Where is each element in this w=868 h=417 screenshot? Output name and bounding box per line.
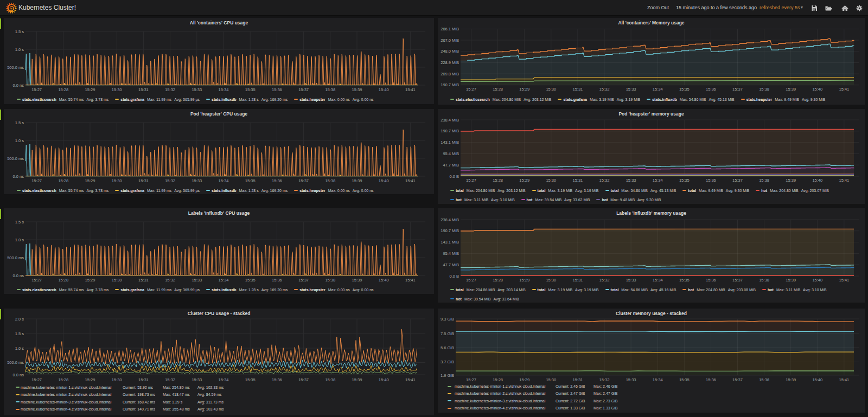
svg-text:15:35: 15:35 <box>679 178 690 183</box>
svg-text:95.4 MiB: 95.4 MiB <box>443 251 459 256</box>
svg-text:15:37: 15:37 <box>298 87 309 92</box>
svg-text:15:31: 15:31 <box>138 178 149 183</box>
svg-text:15:34: 15:34 <box>653 87 663 92</box>
svg-text:15:41: 15:41 <box>839 278 850 283</box>
svg-text:0.0 ns: 0.0 ns <box>13 174 24 179</box>
svg-text:15:38: 15:38 <box>325 278 335 283</box>
svg-text:15:27: 15:27 <box>466 278 476 283</box>
svg-text:2.0 s: 2.0 s <box>15 317 24 322</box>
svg-text:228.9 MiB: 228.9 MiB <box>441 60 459 65</box>
svg-text:15:40: 15:40 <box>812 178 822 183</box>
svg-text:15:37: 15:37 <box>298 377 309 382</box>
svg-text:15:33: 15:33 <box>192 377 202 382</box>
svg-text:15:38: 15:38 <box>759 377 769 382</box>
svg-text:15:39: 15:39 <box>352 178 362 183</box>
svg-text:15:30: 15:30 <box>546 178 556 183</box>
svg-text:0.0 ns: 0.0 ns <box>13 273 24 278</box>
svg-text:286.1 MiB: 286.1 MiB <box>441 27 459 31</box>
svg-text:15:35: 15:35 <box>245 87 256 92</box>
svg-text:15:40: 15:40 <box>379 178 389 183</box>
svg-text:238.4 MiB: 238.4 MiB <box>441 217 459 222</box>
svg-text:15:30: 15:30 <box>112 87 122 92</box>
svg-text:1.5 s: 1.5 s <box>15 120 24 125</box>
svg-text:15:29: 15:29 <box>519 178 529 183</box>
svg-text:15:40: 15:40 <box>379 278 389 283</box>
svg-text:15:41: 15:41 <box>839 178 850 183</box>
svg-text:15:32: 15:32 <box>165 377 175 382</box>
svg-text:15:32: 15:32 <box>165 178 175 183</box>
svg-text:15:36: 15:36 <box>272 377 282 382</box>
svg-text:15:28: 15:28 <box>58 178 68 183</box>
svg-text:0.0 B: 0.0 B <box>449 274 459 279</box>
svg-text:5.6 GiB: 5.6 GiB <box>441 345 454 350</box>
svg-text:15:34: 15:34 <box>653 178 663 183</box>
svg-text:15:27: 15:27 <box>466 87 476 92</box>
svg-text:15:36: 15:36 <box>706 178 716 183</box>
svg-text:15:34: 15:34 <box>219 87 229 92</box>
svg-text:0.0 ns: 0.0 ns <box>13 373 24 377</box>
svg-text:15:37: 15:37 <box>298 278 309 283</box>
svg-text:15:27: 15:27 <box>466 178 476 183</box>
svg-text:15:38: 15:38 <box>759 178 769 183</box>
svg-text:15:35: 15:35 <box>245 278 256 283</box>
svg-text:15:34: 15:34 <box>653 278 663 283</box>
svg-text:15:41: 15:41 <box>405 87 416 92</box>
svg-text:15:32: 15:32 <box>165 278 175 283</box>
svg-text:15:34: 15:34 <box>653 377 663 382</box>
svg-text:47.7 MiB: 47.7 MiB <box>443 163 459 168</box>
svg-text:15:38: 15:38 <box>759 87 769 92</box>
svg-text:15:32: 15:32 <box>599 377 610 382</box>
svg-text:15:37: 15:37 <box>732 278 743 283</box>
svg-text:15:29: 15:29 <box>85 377 95 382</box>
svg-text:15:33: 15:33 <box>626 87 636 92</box>
svg-text:15:36: 15:36 <box>272 87 282 92</box>
svg-text:15:38: 15:38 <box>759 278 769 283</box>
svg-text:500.0 ms: 500.0 ms <box>7 255 24 260</box>
svg-text:1.9 GiB: 1.9 GiB <box>441 373 454 378</box>
svg-text:15:32: 15:32 <box>599 87 610 92</box>
svg-text:190.7 MiB: 190.7 MiB <box>441 228 459 233</box>
svg-text:15:33: 15:33 <box>192 87 202 92</box>
svg-text:1.0 s: 1.0 s <box>15 138 24 143</box>
svg-text:15:35: 15:35 <box>679 278 690 283</box>
svg-text:15:40: 15:40 <box>379 377 389 382</box>
svg-text:15:31: 15:31 <box>138 87 149 92</box>
svg-text:15:40: 15:40 <box>812 377 822 382</box>
svg-text:15:39: 15:39 <box>786 87 796 92</box>
svg-text:15:34: 15:34 <box>219 377 229 382</box>
svg-text:15:38: 15:38 <box>325 87 335 92</box>
svg-text:15:29: 15:29 <box>519 377 529 382</box>
svg-text:15:39: 15:39 <box>352 278 362 283</box>
svg-text:15:32: 15:32 <box>599 178 610 183</box>
svg-text:15:36: 15:36 <box>706 87 716 92</box>
svg-text:15:32: 15:32 <box>599 278 610 283</box>
svg-text:500.0 ms: 500.0 ms <box>7 156 24 161</box>
svg-text:15:39: 15:39 <box>786 377 796 382</box>
svg-text:15:35: 15:35 <box>679 87 690 92</box>
svg-text:15:28: 15:28 <box>493 377 503 382</box>
svg-text:15:32: 15:32 <box>165 87 175 92</box>
svg-text:15:37: 15:37 <box>298 178 309 183</box>
svg-text:15:31: 15:31 <box>138 377 149 382</box>
svg-text:15:27: 15:27 <box>31 377 42 382</box>
svg-text:15:40: 15:40 <box>812 87 822 92</box>
svg-text:15:39: 15:39 <box>352 377 362 382</box>
svg-text:15:29: 15:29 <box>519 278 529 283</box>
svg-text:15:39: 15:39 <box>786 178 796 183</box>
svg-text:15:33: 15:33 <box>626 278 636 283</box>
svg-text:1.0 s: 1.0 s <box>15 238 24 242</box>
svg-text:7.5 GiB: 7.5 GiB <box>441 331 454 336</box>
svg-text:9.3 GiB: 9.3 GiB <box>441 317 454 322</box>
svg-text:267.0 MiB: 267.0 MiB <box>441 38 459 43</box>
svg-text:1.0 s: 1.0 s <box>15 47 24 52</box>
svg-text:1.0 s: 1.0 s <box>15 346 24 351</box>
svg-text:143.1 MiB: 143.1 MiB <box>441 140 459 145</box>
svg-text:15:35: 15:35 <box>245 377 256 382</box>
svg-text:190.7 MiB: 190.7 MiB <box>441 82 459 87</box>
svg-text:209.8 MiB: 209.8 MiB <box>441 72 459 76</box>
svg-text:15:35: 15:35 <box>679 377 690 382</box>
svg-text:15:35: 15:35 <box>245 178 256 183</box>
svg-text:15:29: 15:29 <box>85 178 95 183</box>
svg-text:15:36: 15:36 <box>706 377 716 382</box>
svg-text:15:30: 15:30 <box>112 377 122 382</box>
